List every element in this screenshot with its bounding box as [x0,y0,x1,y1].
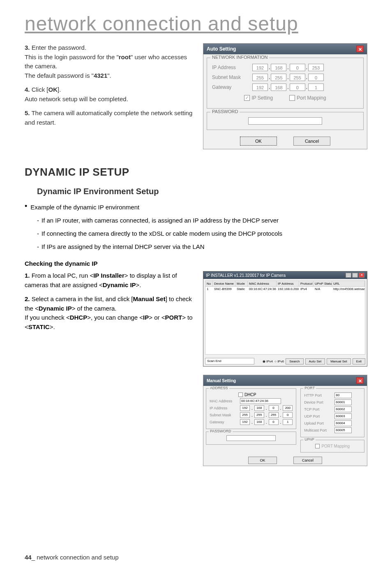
cancel-button[interactable]: Cancel [293,137,330,146]
scan-status: Scan End [205,358,254,364]
udp-port-label: UDP Port [304,414,333,418]
multicast-port-input[interactable]: 60005 [334,427,352,433]
close-icon[interactable]: ✕ [359,273,364,278]
step-num: 4. [25,86,30,93]
installer-titlebar: IP INSTALLER v1.21.320017 for IP Camera … [203,272,367,279]
table-column: URL [332,281,365,286]
dialog-titlebar: Auto Setting ✕ [203,44,367,54]
checkbox-label: DHCP [244,392,256,397]
bold-term: IP Installer [93,272,125,279]
ip-address-input[interactable]: 192. 168. 0. 253 [252,64,324,71]
ok-button[interactable]: OK [248,457,277,464]
bold-term: 4321 [94,72,107,79]
ip-segment[interactable]: 255 [269,412,279,418]
dhcp-checkbox[interactable]: DHCP [238,392,293,397]
table-column: MAC Address [248,281,277,286]
maximize-icon[interactable]: □ [352,273,358,278]
ip-segment[interactable]: 200 [283,405,293,411]
http-port-input[interactable]: 80 [334,392,352,398]
port-mapping-checkbox[interactable]: PORT Mapping [304,444,361,448]
ip-segment[interactable]: 1 [308,84,324,91]
address-fieldset: ADDRESS DHCP MAC Address 00:16:6C:47:24:… [206,388,296,429]
footer-separator: _ [32,554,35,561]
ip-segment[interactable]: 255 [240,412,250,418]
manual-set-button[interactable]: Manual Set [327,358,350,364]
step-text: Click [ [32,86,48,93]
bold-term: PORT [165,314,182,321]
port-fieldset: PORT HTTP Port80 Device Port60001 TCP Po… [300,388,364,437]
fieldset-legend: NETWORK INFORMATION [210,55,269,60]
ip-segment[interactable]: 192 [240,419,250,425]
cancel-button[interactable]: Cancel [293,457,322,464]
step-text: > of the camera. [72,305,117,312]
minimize-icon[interactable]: _ [346,273,351,278]
port-mapping-checkbox[interactable]: Port Mapping [289,95,326,101]
step-2: 2. Select a camera in the list, and clic… [25,295,195,332]
ip-segment[interactable]: 168 [254,405,264,411]
step-text: ". [107,72,111,79]
ip-segment[interactable]: 192 [240,405,250,411]
device-port-input[interactable]: 60001 [334,399,352,405]
ip-segment[interactable]: 255 [290,74,305,81]
table-column: No [205,281,213,286]
ip-segment[interactable]: 192 [252,64,268,71]
dash-icon: - [37,229,39,239]
password-input[interactable] [248,117,322,125]
ip-segment[interactable]: 168 [271,84,286,91]
bold-term: DHCP [70,314,88,321]
ip-segment[interactable]: 255 [254,412,264,418]
ip-segment[interactable]: 168 [271,64,286,71]
ip-setting-checkbox[interactable]: ✓IP Setting [244,95,273,101]
password-input[interactable] [226,435,276,441]
table-cell: N/A [314,287,332,291]
camera-list-table[interactable]: No Device Name Mode MAC Address IP Addre… [205,281,365,355]
udp-port-input[interactable]: 60003 [334,413,352,419]
ip-segment[interactable]: 0 [269,419,279,425]
search-button[interactable]: Search [286,358,303,364]
sub-heading: Checking the dynamic IP [25,260,367,267]
ip-segment[interactable]: 192 [252,84,268,91]
ip-segment[interactable]: 0 [283,412,293,418]
ip-segment[interactable]: 255 [252,74,268,81]
gateway-input[interactable]: 192. 168. 0. 1 [252,84,324,91]
close-icon[interactable]: ✕ [356,46,364,52]
ipv6-radio[interactable]: ○ IPv6 [274,360,284,363]
ip-segment[interactable]: 0 [269,405,279,411]
bold-term: Dynamic IP [39,305,72,312]
ip-segment[interactable]: 1 [283,419,293,425]
subnet-mask-label: Subnet Mask [210,413,238,417]
upnp-fieldset: UPnP PORT Mapping [300,440,364,453]
ipv4-radio[interactable]: ◉ IPv4 [263,360,273,363]
ip-installer-window: IP INSTALLER v1.21.320017 for IP Camera … [203,271,367,367]
ip-segment[interactable]: 0 [290,84,305,91]
table-row[interactable]: 1 SNC-B5399 Static 00:16:6C:47:24:36 192… [205,287,365,291]
ip-segment[interactable]: 253 [308,64,324,71]
fieldset-legend: UPnP [303,437,316,441]
network-info-fieldset: NETWORK INFORMATION IP Address 192. 168.… [207,58,364,109]
close-icon[interactable]: ✕ [356,377,364,384]
checkbox-label: Port Mapping [297,95,326,101]
step-text: Auto network setup will be completed. [25,95,128,102]
ip-segment[interactable]: 0 [308,74,324,81]
tcp-port-input[interactable]: 60002 [334,406,352,412]
http-port-label: HTTP Port [304,393,333,397]
fieldset-legend: ADDRESS [209,386,229,390]
ok-button[interactable]: OK [240,137,277,146]
subnet-mask-input[interactable]: 255. 255. 255. 0 [252,74,324,81]
exit-button[interactable]: Exit [353,358,365,364]
ip-segment[interactable]: 255 [271,74,286,81]
bullet-icon: • [25,202,27,212]
table-column: UPnP Status [314,281,332,286]
sub-bullet-item: -If IPs are assigned by the internal DHC… [37,242,367,252]
auto-set-button[interactable]: Auto Set [305,358,325,364]
dash-icon: - [37,242,39,252]
step-num: 5. [25,109,30,116]
installer-footer: Scan End ◉ IPv4 ○ IPv6 Search Auto Set M… [203,356,367,366]
ip-segment[interactable]: 168 [254,419,264,425]
ip-segment[interactable]: 0 [290,64,305,71]
manual-setting-dialog: Manual Setting ✕ ADDRESS DHCP MAC Addres… [203,375,367,466]
ip-address-label: IP Address [210,406,238,410]
step-1: 1. From a local PC, run <IP Installer> t… [25,271,195,290]
upload-port-input[interactable]: 60004 [334,420,352,426]
dialog-titlebar: Manual Setting ✕ [203,375,367,386]
